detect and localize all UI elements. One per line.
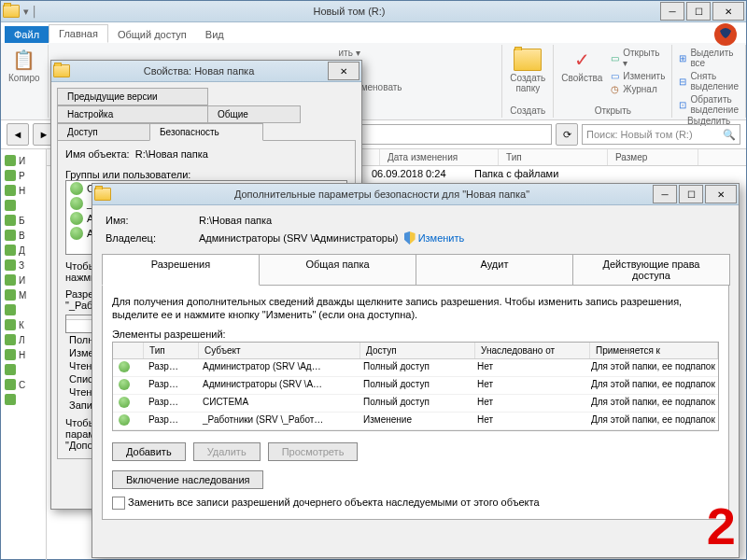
tab-home[interactable]: Главная — [49, 24, 108, 43]
select-none-button[interactable]: ⊟Снять выделение — [678, 70, 740, 92]
owner-value: Администраторы (SRV \Администраторы) — [199, 232, 398, 244]
view-button[interactable]: Просмотреть — [268, 442, 359, 461]
object-name-label: Имя объекта: — [65, 148, 130, 160]
table-row[interactable]: Разр…_Работники (SRV \_Работ…ИзменениеНе… — [113, 413, 718, 430]
properties-button[interactable]: ✓Свойства — [559, 47, 604, 85]
enable-inheritance-button[interactable]: Включение наследования — [112, 470, 263, 489]
tab-prev-versions[interactable]: Предыдущие версии — [57, 88, 208, 105]
close-button[interactable]: ✕ — [705, 185, 737, 203]
sidebar-item[interactable]: Р — [3, 168, 44, 183]
sidebar-item[interactable]: З — [3, 258, 44, 273]
tab-general[interactable]: Общие — [207, 105, 301, 123]
folder-icon — [94, 188, 111, 201]
sidebar-item[interactable]: К — [3, 317, 44, 332]
sidebar-item[interactable] — [3, 198, 44, 213]
group-label: Открыть — [595, 105, 631, 116]
minimize-button[interactable]: ─ — [653, 185, 677, 203]
tab-audit[interactable]: Аудит — [416, 254, 573, 286]
maximize-button[interactable]: ☐ — [679, 185, 703, 203]
maximize-button[interactable]: ☐ — [686, 2, 711, 21]
shield-icon — [404, 231, 416, 245]
sidebar-item[interactable]: Н — [3, 183, 44, 198]
sidebar-item[interactable]: М — [3, 287, 44, 302]
groups-label: Группы или пользователи: — [65, 169, 347, 180]
search-icon: 🔍 — [723, 129, 736, 141]
tab-share[interactable]: Общая папка — [259, 254, 416, 286]
new-folder-button[interactable]: Создать папку — [508, 47, 547, 95]
sidebar-item[interactable]: В — [3, 228, 44, 243]
tab-sharing[interactable]: Доступ — [57, 123, 150, 141]
col-size[interactable]: Размер — [608, 149, 698, 165]
sidebar-item[interactable]: Н — [3, 347, 44, 362]
invert-selection-button[interactable]: ⊡Обратить выделение — [678, 93, 740, 116]
explorer-titlebar[interactable]: ▾ │ Новый том (R:) ─ ☐ ✕ — [1, 1, 746, 22]
elements-label: Элементы разрешений: — [112, 329, 719, 340]
refresh-button[interactable]: ⟳ — [556, 123, 578, 146]
add-button[interactable]: Добавить — [112, 442, 186, 461]
tab-view[interactable]: Вид — [196, 26, 233, 43]
close-button[interactable]: ✕ — [328, 62, 359, 80]
open-button[interactable]: ▭Открыть ▾ — [610, 47, 666, 69]
dialog-title: Дополнительные параметры безопасности дл… — [111, 189, 653, 200]
name-label: Имя: — [106, 215, 199, 226]
sidebar-item[interactable] — [3, 302, 44, 317]
into-button[interactable]: ить ▾ — [338, 47, 361, 59]
close-button[interactable]: ✕ — [712, 2, 744, 21]
edit-button[interactable]: ▭Изменить — [610, 70, 666, 82]
history-button[interactable]: ◷Журнал — [610, 83, 666, 95]
replace-label: Заменить все записи разрешений дочернего… — [128, 497, 540, 508]
app-logo-icon — [712, 21, 739, 48]
name-value: R:\Новая папка — [199, 215, 272, 226]
ribbon-tabs: Файл Главная Общий доступ Вид — [1, 22, 746, 43]
sidebar-item[interactable]: И — [3, 153, 44, 168]
tab-security[interactable]: Безопасность — [149, 123, 263, 141]
sidebar-item[interactable]: Л — [3, 332, 44, 347]
sidebar-item[interactable] — [3, 362, 44, 377]
tab-permissions[interactable]: Разрешения — [102, 254, 260, 286]
tab-share[interactable]: Общий доступ — [108, 26, 196, 43]
replace-checkbox[interactable] — [112, 497, 125, 510]
folder-icon — [3, 5, 20, 18]
advanced-security-dialog: Дополнительные параметры безопасности дл… — [92, 183, 740, 558]
sidebar-item[interactable]: Б — [3, 213, 44, 228]
group-label: Создать — [510, 105, 545, 116]
search-input[interactable]: Поиск: Новый том (R:)🔍 — [582, 124, 740, 145]
sidebar-item[interactable] — [3, 392, 44, 407]
adv-titlebar[interactable]: Дополнительные параметры безопасности дл… — [92, 184, 739, 205]
hint-text: Для получения дополнительных сведений дв… — [112, 295, 719, 321]
select-all-button[interactable]: ⊞Выделить все — [678, 47, 740, 69]
col-applies[interactable]: Применяется к — [590, 343, 718, 358]
props-titlebar[interactable]: Свойства: Новая папка ✕ — [51, 61, 361, 82]
window-title: Новый том (R:) — [38, 6, 660, 17]
tab-effective[interactable]: Действующие права доступа — [572, 254, 730, 286]
step-marker: 2 — [707, 496, 736, 556]
nav-pane[interactable]: ИРНБВДЗИМКЛНС — [1, 149, 47, 560]
tab-customize[interactable]: Настройка — [57, 105, 208, 123]
col-date[interactable]: Дата изменения — [380, 149, 499, 165]
minimize-button[interactable]: ─ — [660, 2, 684, 21]
table-row[interactable]: Разр…СИСТЕМАПолный доступНетДля этой пап… — [113, 395, 718, 413]
tab-file[interactable]: Файл — [5, 26, 49, 43]
delete-button[interactable]: Удалить — [193, 442, 261, 461]
col-inherited[interactable]: Унаследовано от — [475, 343, 590, 358]
permissions-table[interactable]: Тип Субъект Доступ Унаследовано от Приме… — [112, 342, 719, 431]
col-type[interactable]: Тип — [499, 149, 608, 165]
table-row[interactable]: Разр…Администратор (SRV \Ад…Полный досту… — [113, 359, 718, 377]
copy-button[interactable]: 📋Копиро — [7, 47, 42, 85]
owner-label: Владелец: — [106, 232, 199, 244]
folder-icon — [53, 64, 70, 77]
dialog-title: Свойства: Новая папка — [70, 65, 328, 77]
col-subject[interactable]: Субъект — [199, 343, 360, 358]
col-type[interactable]: Тип — [144, 343, 199, 358]
object-name-value: R:\Новая папка — [135, 148, 208, 160]
change-owner-link[interactable]: Изменить — [418, 232, 465, 244]
table-row[interactable]: Разр…Администраторы (SRV \А…Полный досту… — [113, 377, 718, 395]
sidebar-item[interactable]: С — [3, 377, 44, 392]
back-button[interactable]: ◄ — [7, 123, 29, 146]
sidebar-item[interactable]: И — [3, 273, 44, 287]
col-access[interactable]: Доступ — [360, 343, 475, 358]
sidebar-item[interactable]: Д — [3, 243, 44, 258]
